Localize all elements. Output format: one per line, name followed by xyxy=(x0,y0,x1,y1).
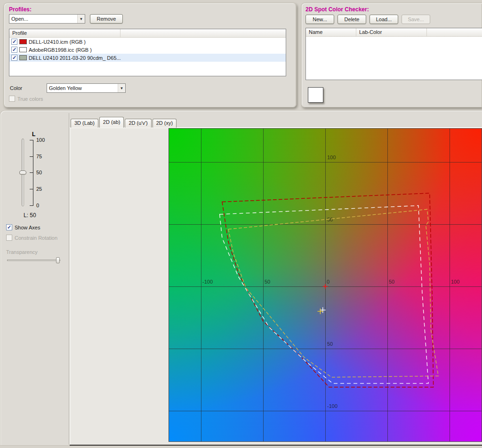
spot-color-table[interactable]: Name Lab-Color xyxy=(305,28,482,80)
l-tick-mark xyxy=(30,156,33,157)
profiles-title: Profiles: xyxy=(9,6,32,13)
l-tick-mark xyxy=(30,205,33,206)
profile-list-item[interactable]: ✓AdobeRGB1998.icc (RGB ) xyxy=(9,46,286,54)
profile-list-item[interactable]: ✓DELL U2410 2011-03-20 90cdm_ D65... xyxy=(9,54,286,62)
constrain-rotation-row: ✓ Constrain Rotation xyxy=(6,235,57,241)
tab-3dlab[interactable]: 3D (Lab) xyxy=(71,119,98,128)
profiles-panel: Profiles: Open... ▼ Remove Profile ✓DELL… xyxy=(4,3,297,107)
app-window: { "profiles_panel": { "title": "Profiles… xyxy=(0,0,482,448)
l-tick-label: 25 xyxy=(36,186,42,192)
spot-delete-button[interactable]: Delete xyxy=(337,15,366,24)
show-axes-checkbox[interactable]: ✓ xyxy=(6,224,12,230)
profile-color-swatch xyxy=(19,47,27,52)
profile-checkbox[interactable]: ✓ xyxy=(11,55,17,61)
profile-color-swatch xyxy=(19,39,27,44)
gamut-outline xyxy=(228,209,438,377)
spot-load-button[interactable]: Load... xyxy=(370,15,398,24)
true-colors-row: ✓ True colors xyxy=(9,96,43,102)
spot-color-swatch[interactable] xyxy=(308,87,323,103)
gamut-outline xyxy=(222,193,434,387)
true-colors-label: True colors xyxy=(17,96,43,102)
l-tick-label: 75 xyxy=(36,154,42,159)
profiles-list[interactable]: Profile ✓DELL-U2410.icm (RGB )✓AdobeRGB1… xyxy=(9,29,286,76)
color-dropdown[interactable]: Golden Yellow ▼ xyxy=(47,83,126,93)
l-tick-mark xyxy=(30,140,33,140)
spot-column-spacer xyxy=(427,28,482,36)
profile-label: DELL-U2410.icm (RGB ) xyxy=(29,39,86,45)
profiles-column-header[interactable]: Profile xyxy=(9,29,120,37)
l-value-readout: L: 50 xyxy=(24,212,36,219)
profile-checkbox[interactable]: ✓ xyxy=(11,39,17,45)
profile-color-swatch xyxy=(19,55,27,60)
constrain-rotation-checkbox[interactable]: ✓ xyxy=(6,235,12,241)
l-slider-handle[interactable] xyxy=(19,171,26,175)
spot-color-checker-panel: 2D Spot Color Checker: New...DeleteLoad.… xyxy=(301,3,482,107)
profile-label: AdobeRGB1998.icc (RGB ) xyxy=(29,47,92,53)
spot-panel-title: 2D Spot Color Checker: xyxy=(305,6,369,13)
profiles-column-spacer xyxy=(120,29,286,37)
profile-checkbox[interactable]: ✓ xyxy=(11,47,17,53)
transparency-slider-handle[interactable] xyxy=(56,257,60,263)
true-colors-checkbox[interactable]: ✓ xyxy=(9,96,15,102)
constrain-rotation-label: Constrain Rotation xyxy=(15,235,57,241)
spot-column-lab-color[interactable]: Lab-Color xyxy=(356,28,427,36)
l-tick-label: 100 xyxy=(36,137,45,143)
profiles-list-header[interactable]: Profile xyxy=(9,29,286,38)
window-bottom-edge xyxy=(70,445,482,446)
open-profile-dropdown[interactable]: Open... ▼ xyxy=(9,14,85,24)
chevron-down-icon[interactable]: ▼ xyxy=(118,84,125,92)
spot-table-header[interactable]: Name Lab-Color xyxy=(306,28,482,37)
gamut-outlines xyxy=(169,129,482,442)
show-axes-row: ✓ Show Axes xyxy=(6,224,40,230)
tab-2dxy[interactable]: 2D (xy) xyxy=(153,119,177,128)
l-tick-mark xyxy=(30,172,33,173)
profiles-rows: ✓DELL-U2410.icm (RGB )✓AdobeRGB1998.icc … xyxy=(9,38,286,62)
profile-list-item[interactable]: ✓DELL-U2410.icm (RGB ) xyxy=(9,38,286,46)
tab-2dab[interactable]: 2D (ab) xyxy=(99,117,124,128)
gamut-outline xyxy=(220,205,428,383)
l-tick-label: 50 xyxy=(36,170,42,175)
view-divider xyxy=(69,113,69,445)
open-profile-dropdown-value: Open... xyxy=(9,16,77,22)
l-tick-label: 0 xyxy=(36,203,39,208)
l-tick-mark xyxy=(30,189,33,189)
spot-column-name[interactable]: Name xyxy=(306,28,356,36)
profile-label: DELL U2410 2011-03-20 90cdm_ D65... xyxy=(29,55,121,61)
transparency-label: Transparency xyxy=(6,249,38,255)
color-label: Color xyxy=(10,85,22,91)
spot-save-button: Save... xyxy=(402,15,430,24)
l-axis-title: L xyxy=(32,131,35,138)
remove-button[interactable]: Remove xyxy=(90,14,123,24)
spot-new-button[interactable]: New... xyxy=(305,15,334,24)
tab-2duv[interactable]: 2D (u'v') xyxy=(125,119,151,128)
color-dropdown-value: Golden Yellow xyxy=(47,85,118,91)
transparency-slider-track[interactable] xyxy=(7,260,60,261)
chevron-down-icon[interactable]: ▼ xyxy=(77,15,85,23)
gamut-chart-2d-ab[interactable]: -100500501001005050-100 xyxy=(169,128,482,442)
show-axes-label: Show Axes xyxy=(15,225,40,230)
view-tabs: 3D (Lab)2D (ab)2D (u'v')2D (xy) xyxy=(71,117,177,128)
